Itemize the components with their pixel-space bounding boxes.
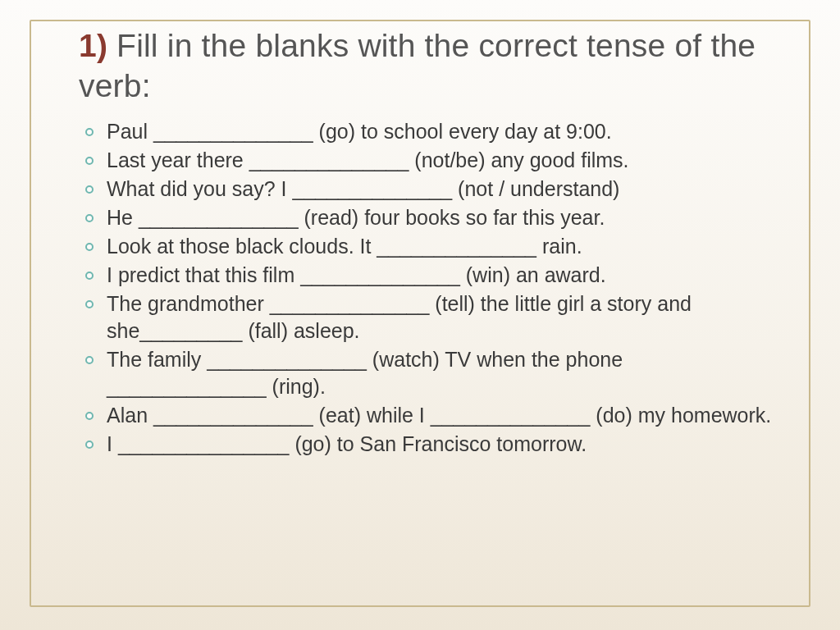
slide-title: 1) Fill in the blanks with the correct t… <box>79 26 773 107</box>
slide: 1) Fill in the blanks with the correct t… <box>0 0 840 630</box>
list-item: Alan ______________ (eat) while I ______… <box>85 402 773 429</box>
list-item: The family ______________ (watch) TV whe… <box>85 346 773 400</box>
title-number: 1) <box>79 28 107 63</box>
exercise-list: Paul ______________ (go) to school every… <box>85 118 773 458</box>
list-item: The grandmother ______________ (tell) th… <box>85 290 773 345</box>
list-item: He ______________ (read) four books so f… <box>85 204 773 231</box>
list-item: What did you say? I ______________ (not … <box>85 176 773 203</box>
list-item: I _______________ (go) to San Francisco … <box>85 431 773 458</box>
list-item: Last year there ______________ (not/be) … <box>85 147 773 174</box>
list-item: I predict that this film ______________ … <box>85 262 773 289</box>
slide-frame: 1) Fill in the blanks with the correct t… <box>30 20 810 607</box>
title-text: Fill in the blanks with the correct tens… <box>79 28 756 103</box>
list-item: Look at those black clouds. It _________… <box>85 233 773 260</box>
list-item: Paul ______________ (go) to school every… <box>85 118 773 145</box>
